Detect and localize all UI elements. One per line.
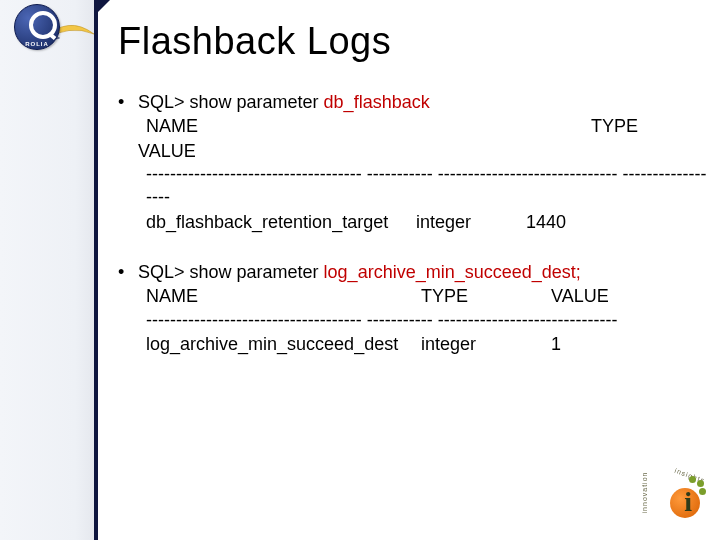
rolia-badge-label: ROLIA (15, 41, 59, 47)
slide: ROLIA Flashback Logs SQL> show parameter… (0, 0, 720, 540)
row-name-1: db_flashback_retention_target (146, 210, 416, 234)
param-name-2: log_archive_min_succeed_dest; (324, 262, 581, 282)
col-header-type-1: TYPE (346, 114, 678, 138)
innovation-logo: insights innovation i (648, 468, 706, 526)
sql-prompt-1: SQL> show parameter (138, 92, 324, 112)
letter-i-icon: i (684, 486, 692, 518)
col-header-name-1: NAME (138, 114, 346, 138)
corner-triangle (98, 0, 110, 12)
logo-group: ROLIA (6, 4, 92, 66)
separator-1: ------------------------------------ ---… (138, 163, 708, 210)
arc-word-2: innovation (641, 472, 648, 514)
param-name-1: db_flashback (324, 92, 430, 112)
petal-icon (699, 488, 706, 495)
row-value-2: 1 (551, 332, 611, 356)
page-title: Flashback Logs (118, 20, 391, 63)
col-header-value-1: VALUE (138, 139, 708, 163)
row-type-2: integer (421, 332, 551, 356)
separator-2: ------------------------------------ ---… (138, 309, 708, 332)
output-block-1: NAME TYPE VALUE ------------------------… (138, 114, 708, 234)
left-bar (0, 0, 96, 540)
row-value-1: 1440 (526, 210, 606, 234)
bullet-2: SQL> show parameter log_archive_min_succ… (118, 260, 708, 356)
row-name-2: log_archive_min_succeed_dest (146, 332, 421, 356)
rolia-q-icon (29, 11, 57, 39)
sql-prompt-2: SQL> show parameter (138, 262, 324, 282)
rolia-badge-icon: ROLIA (14, 4, 60, 50)
left-bar-accent (94, 0, 98, 540)
content-area: SQL> show parameter db_flashback NAME TY… (118, 90, 708, 382)
petal-icon (697, 480, 704, 487)
petal-icon (689, 476, 696, 483)
col-header-type-2: TYPE (421, 284, 551, 308)
col-header-name-2: NAME (146, 284, 421, 308)
col-header-value-2: VALUE (551, 284, 611, 308)
output-block-2: NAME TYPE VALUE ------------------------… (138, 284, 708, 356)
bullet-1: SQL> show parameter db_flashback NAME TY… (118, 90, 708, 234)
row-type-1: integer (416, 210, 526, 234)
